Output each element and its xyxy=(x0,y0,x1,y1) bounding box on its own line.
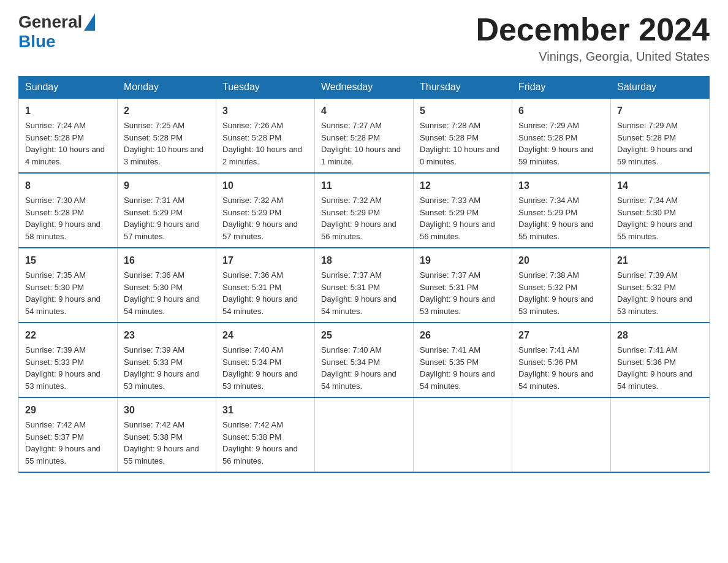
calendar-cell: 30Sunrise: 7:42 AMSunset: 5:38 PMDayligh… xyxy=(118,397,216,472)
calendar-header-tuesday: Tuesday xyxy=(216,77,315,99)
calendar-cell: 26Sunrise: 7:41 AMSunset: 5:35 PMDayligh… xyxy=(414,323,512,397)
day-number: 15 xyxy=(25,253,111,268)
month-title: December 2024 xyxy=(476,12,710,47)
calendar-header-wednesday: Wednesday xyxy=(315,77,414,99)
day-number: 13 xyxy=(518,178,604,193)
logo-triangle-icon xyxy=(84,13,95,31)
calendar-cell: 3Sunrise: 7:26 AMSunset: 5:28 PMDaylight… xyxy=(216,98,315,173)
calendar-header-saturday: Saturday xyxy=(611,77,710,99)
calendar-week-row: 29Sunrise: 7:42 AMSunset: 5:37 PMDayligh… xyxy=(19,397,710,472)
day-number: 28 xyxy=(617,328,703,343)
logo-general-text: General xyxy=(18,12,82,32)
day-number: 16 xyxy=(124,253,210,268)
day-number: 17 xyxy=(222,253,308,268)
day-number: 20 xyxy=(518,253,604,268)
calendar-cell: 21Sunrise: 7:39 AMSunset: 5:32 PMDayligh… xyxy=(611,248,710,323)
calendar-header-row: SundayMondayTuesdayWednesdayThursdayFrid… xyxy=(19,77,710,99)
day-number: 30 xyxy=(124,403,210,418)
location-label: Vinings, Georgia, United States xyxy=(476,50,710,64)
calendar-cell xyxy=(315,397,414,472)
calendar-cell: 6Sunrise: 7:29 AMSunset: 5:28 PMDaylight… xyxy=(512,98,611,173)
day-number: 5 xyxy=(420,104,506,118)
calendar-header-friday: Friday xyxy=(512,77,611,99)
calendar-cell: 25Sunrise: 7:40 AMSunset: 5:34 PMDayligh… xyxy=(315,323,414,397)
day-number: 2 xyxy=(124,104,210,118)
calendar-cell: 29Sunrise: 7:42 AMSunset: 5:37 PMDayligh… xyxy=(19,397,118,472)
day-number: 24 xyxy=(222,328,308,343)
day-number: 27 xyxy=(518,328,604,343)
day-number: 12 xyxy=(420,178,506,193)
logo-blue-text: Blue xyxy=(18,32,56,52)
calendar-cell: 8Sunrise: 7:30 AMSunset: 5:28 PMDaylight… xyxy=(19,173,118,248)
calendar-cell: 31Sunrise: 7:42 AMSunset: 5:38 PMDayligh… xyxy=(216,397,315,472)
calendar-cell: 28Sunrise: 7:41 AMSunset: 5:36 PMDayligh… xyxy=(611,323,710,397)
calendar-week-row: 15Sunrise: 7:35 AMSunset: 5:30 PMDayligh… xyxy=(19,248,710,323)
calendar-cell: 11Sunrise: 7:32 AMSunset: 5:29 PMDayligh… xyxy=(315,173,414,248)
day-number: 10 xyxy=(222,178,308,193)
day-number: 7 xyxy=(617,104,703,118)
day-number: 19 xyxy=(420,253,506,268)
calendar-cell xyxy=(512,397,611,472)
calendar-cell: 1Sunrise: 7:24 AMSunset: 5:28 PMDaylight… xyxy=(19,98,118,173)
day-number: 31 xyxy=(222,403,308,418)
day-number: 29 xyxy=(25,403,111,418)
calendar-cell xyxy=(414,397,512,472)
day-number: 8 xyxy=(25,178,111,193)
day-number: 22 xyxy=(25,328,111,343)
day-number: 1 xyxy=(25,104,111,118)
day-number: 6 xyxy=(518,104,604,118)
calendar-cell: 22Sunrise: 7:39 AMSunset: 5:33 PMDayligh… xyxy=(19,323,118,397)
calendar-week-row: 8Sunrise: 7:30 AMSunset: 5:28 PMDaylight… xyxy=(19,173,710,248)
calendar-cell: 5Sunrise: 7:28 AMSunset: 5:28 PMDaylight… xyxy=(414,98,512,173)
calendar-cell: 13Sunrise: 7:34 AMSunset: 5:29 PMDayligh… xyxy=(512,173,611,248)
calendar-cell: 10Sunrise: 7:32 AMSunset: 5:29 PMDayligh… xyxy=(216,173,315,248)
calendar-week-row: 22Sunrise: 7:39 AMSunset: 5:33 PMDayligh… xyxy=(19,323,710,397)
calendar-cell: 24Sunrise: 7:40 AMSunset: 5:34 PMDayligh… xyxy=(216,323,315,397)
calendar-header-thursday: Thursday xyxy=(414,77,512,99)
calendar-cell: 18Sunrise: 7:37 AMSunset: 5:31 PMDayligh… xyxy=(315,248,414,323)
day-number: 18 xyxy=(321,253,407,268)
page-header: General Blue December 2024 Vinings, Geor… xyxy=(18,12,710,64)
calendar-cell: 9Sunrise: 7:31 AMSunset: 5:29 PMDaylight… xyxy=(118,173,216,248)
day-number: 11 xyxy=(321,178,407,193)
calendar-cell: 7Sunrise: 7:29 AMSunset: 5:28 PMDaylight… xyxy=(611,98,710,173)
calendar-table: SundayMondayTuesdayWednesdayThursdayFrid… xyxy=(18,76,710,473)
calendar-cell: 19Sunrise: 7:37 AMSunset: 5:31 PMDayligh… xyxy=(414,248,512,323)
calendar-cell: 16Sunrise: 7:36 AMSunset: 5:30 PMDayligh… xyxy=(118,248,216,323)
day-number: 14 xyxy=(617,178,703,193)
day-number: 3 xyxy=(222,104,308,118)
day-number: 23 xyxy=(124,328,210,343)
calendar-cell: 17Sunrise: 7:36 AMSunset: 5:31 PMDayligh… xyxy=(216,248,315,323)
title-area: December 2024 Vinings, Georgia, United S… xyxy=(476,12,710,64)
calendar-cell: 4Sunrise: 7:27 AMSunset: 5:28 PMDaylight… xyxy=(315,98,414,173)
calendar-cell: 12Sunrise: 7:33 AMSunset: 5:29 PMDayligh… xyxy=(414,173,512,248)
calendar-cell: 27Sunrise: 7:41 AMSunset: 5:36 PMDayligh… xyxy=(512,323,611,397)
calendar-header-sunday: Sunday xyxy=(19,77,118,99)
day-number: 9 xyxy=(124,178,210,193)
calendar-cell: 23Sunrise: 7:39 AMSunset: 5:33 PMDayligh… xyxy=(118,323,216,397)
calendar-cell: 20Sunrise: 7:38 AMSunset: 5:32 PMDayligh… xyxy=(512,248,611,323)
day-number: 26 xyxy=(420,328,506,343)
calendar-cell xyxy=(611,397,710,472)
day-number: 25 xyxy=(321,328,407,343)
day-number: 21 xyxy=(617,253,703,268)
calendar-cell: 15Sunrise: 7:35 AMSunset: 5:30 PMDayligh… xyxy=(19,248,118,323)
calendar-cell: 2Sunrise: 7:25 AMSunset: 5:28 PMDaylight… xyxy=(118,98,216,173)
logo: General Blue xyxy=(18,12,95,52)
calendar-header-monday: Monday xyxy=(118,77,216,99)
calendar-week-row: 1Sunrise: 7:24 AMSunset: 5:28 PMDaylight… xyxy=(19,98,710,173)
calendar-cell: 14Sunrise: 7:34 AMSunset: 5:30 PMDayligh… xyxy=(611,173,710,248)
day-number: 4 xyxy=(321,104,407,118)
